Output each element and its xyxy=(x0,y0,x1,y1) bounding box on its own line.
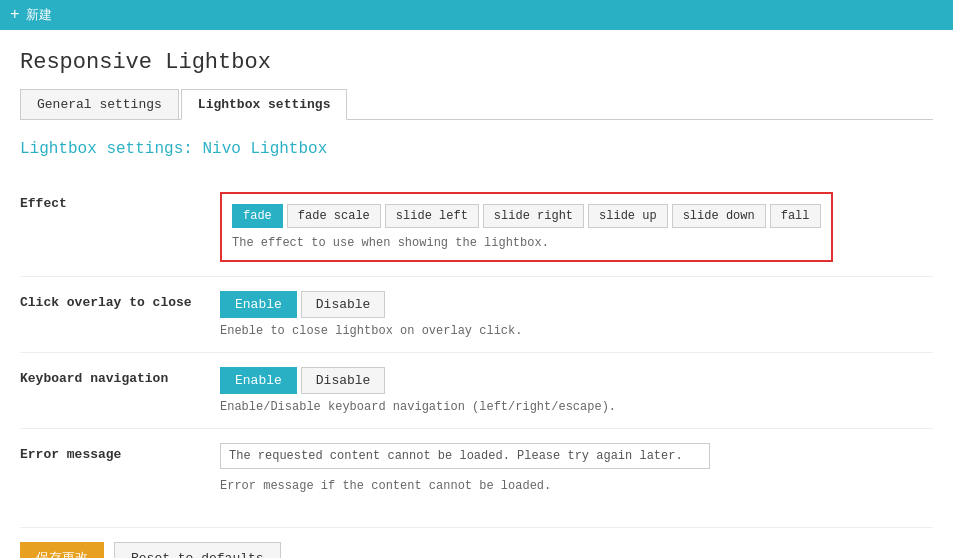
keyboard-nav-buttons: Enable Disable xyxy=(220,367,933,394)
click-overlay-buttons: Enable Disable xyxy=(220,291,933,318)
keyboard-nav-enable[interactable]: Enable xyxy=(220,367,297,394)
keyboard-nav-label: Keyboard navigation xyxy=(20,367,220,386)
error-message-control: Error message if the content cannot be l… xyxy=(220,443,933,493)
click-overlay-label: Click overlay to close xyxy=(20,291,220,310)
effect-box: fade fade scale slide left slide right s… xyxy=(220,192,833,262)
section-title: Lightbox settings: Nivo Lightbox xyxy=(20,140,933,158)
keyboard-nav-control: Enable Disable Enable/Disable keyboard n… xyxy=(220,367,933,414)
effect-btn-fall[interactable]: fall xyxy=(770,204,821,228)
effect-help: The effect to use when showing the light… xyxy=(232,236,821,250)
click-overlay-help: Eneble to close lightbox on overlay clic… xyxy=(220,324,933,338)
effect-control: fade fade scale slide left slide right s… xyxy=(220,192,933,262)
tabs: General settings Lightbox settings xyxy=(20,89,933,120)
effect-btn-slide-right[interactable]: slide right xyxy=(483,204,584,228)
effect-btn-slide-left[interactable]: slide left xyxy=(385,204,479,228)
click-overlay-row: Click overlay to close Enable Disable En… xyxy=(20,276,933,352)
reset-button[interactable]: Reset to defaults xyxy=(114,542,281,558)
effect-row: Effect fade fade scale slide left slide … xyxy=(20,178,933,276)
effect-btn-fade-scale[interactable]: fade scale xyxy=(287,204,381,228)
effect-buttons: fade fade scale slide left slide right s… xyxy=(232,204,821,228)
error-message-help: Error message if the content cannot be l… xyxy=(220,479,933,493)
effect-label: Effect xyxy=(20,192,220,211)
click-overlay-control: Enable Disable Eneble to close lightbox … xyxy=(220,291,933,338)
main-container: Responsive Lightbox General settings Lig… xyxy=(0,30,953,558)
keyboard-nav-row: Keyboard navigation Enable Disable Enabl… xyxy=(20,352,933,428)
error-message-row: Error message Error message if the conte… xyxy=(20,428,933,507)
effect-btn-fade[interactable]: fade xyxy=(232,204,283,228)
keyboard-nav-disable[interactable]: Disable xyxy=(301,367,386,394)
click-overlay-enable[interactable]: Enable xyxy=(220,291,297,318)
bottom-bar: 保存更改 Reset to defaults xyxy=(20,527,933,558)
top-bar: + 新建 xyxy=(0,0,953,30)
error-message-label: Error message xyxy=(20,443,220,462)
error-message-input[interactable] xyxy=(220,443,710,469)
click-overlay-disable[interactable]: Disable xyxy=(301,291,386,318)
keyboard-nav-help: Enable/Disable keyboard navigation (left… xyxy=(220,400,933,414)
effect-btn-slide-up[interactable]: slide up xyxy=(588,204,668,228)
tab-lightbox[interactable]: Lightbox settings xyxy=(181,89,348,120)
new-icon: + xyxy=(10,6,20,24)
new-label: 新建 xyxy=(26,6,52,24)
page-title: Responsive Lightbox xyxy=(20,50,933,75)
effect-btn-slide-down[interactable]: slide down xyxy=(672,204,766,228)
tab-general[interactable]: General settings xyxy=(20,89,179,119)
settings-table: Effect fade fade scale slide left slide … xyxy=(20,178,933,507)
save-button[interactable]: 保存更改 xyxy=(20,542,104,558)
